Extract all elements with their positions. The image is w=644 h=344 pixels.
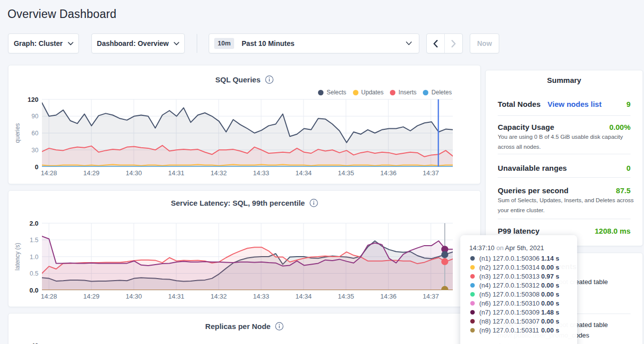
x-axis-tick-label: 14:37 [423, 169, 439, 177]
x-axis-tick-label: 14:36 [380, 169, 397, 177]
tooltip-node-value: 0.97 s [541, 273, 559, 280]
tooltip-node-value: 0.00 s [541, 300, 559, 307]
tooltip-node-value: 0.00 s [541, 264, 559, 271]
x-axis-tick-label: 14:34 [296, 169, 312, 177]
sql-queries-chart-card: SQL Queries SelectsUpdatesInsertsDeletes… [8, 65, 481, 184]
chevron-left-icon [433, 40, 438, 47]
toolbar-divider [197, 34, 197, 53]
tooltip-node-label: (n2) 127.0.0.1:50314 [479, 264, 541, 271]
total-nodes-label: Total Nodes [498, 100, 541, 109]
tooltip-node-label: (n8) 127.0.0.1:50307 [479, 318, 541, 325]
summary-total-nodes: Total Nodes View nodes list 9 [498, 85, 631, 116]
dashboard-dropdown[interactable]: Dashboard: Overview [91, 33, 185, 53]
tooltip-row: (n4) 127.0.0.1:503120.00 s [469, 281, 569, 290]
tooltip-node-label: (n6) 127.0.0.1:50310 [479, 300, 541, 307]
x-axis-tick-label: 14:33 [253, 169, 270, 177]
y-axis-tick-label: 0.5 [30, 270, 38, 277]
chevron-right-icon [451, 40, 456, 47]
x-axis-tick-label: 14:37 [423, 293, 439, 300]
replicas-per-node-chart-card: Replicas per Node 40 [8, 313, 481, 344]
graph-dropdown[interactable]: Graph: Cluster [8, 33, 79, 53]
series-color-dot [470, 292, 475, 297]
tooltip-timestamp: 14:37:10 on Apr 5th, 2021 [469, 244, 569, 252]
x-axis-tick-label: 14:32 [211, 293, 227, 300]
service-latency-chart-card: Service Latency: SQL, 99th percentile 14… [8, 190, 481, 307]
summary-capacity: Capacity Usage 0.00% You are using 0 B o… [498, 116, 631, 154]
tooltip-node-label: (n5) 127.0.0.1:50308 [479, 291, 541, 298]
x-axis-tick-label: 14:30 [126, 293, 142, 300]
series-color-dot [470, 283, 475, 288]
hover-value-dot [441, 258, 448, 265]
capacity-usage-value: 0.00% [609, 123, 631, 132]
time-range-label: Past 10 Minutes [242, 39, 401, 47]
x-axis-tick-label: 14:28 [41, 293, 57, 300]
now-button[interactable]: Now [470, 33, 499, 53]
time-forward-button[interactable] [445, 34, 462, 53]
series-color-dot [470, 265, 475, 270]
page-title: Overview Dashboard [7, 7, 116, 21]
p99-latency-label: P99 latency [498, 227, 540, 236]
unavailable-ranges-label: Unavailable ranges [498, 164, 567, 173]
tooltip-node-value: 1.14 s [541, 255, 559, 262]
x-axis-tick-label: 14:35 [338, 169, 354, 177]
service-latency-chart[interactable]: 14:2814:2914:3014:3114:3214:3314:3414:35… [8, 191, 481, 308]
y-axis-unit-label: latency (s) [14, 243, 21, 270]
capacity-usage-description: You are using 0 B of 4.5 GiB usable disk… [498, 132, 636, 152]
tooltip-node-label: (n3) 127.0.0.1:50313 [479, 273, 541, 280]
x-axis-tick-label: 14:31 [168, 293, 185, 300]
tooltip-row: (n7) 127.0.0.1:503091.48 s [469, 308, 569, 317]
view-nodes-list-link[interactable]: View nodes list [548, 100, 602, 109]
unavailable-ranges-value: 0 [627, 164, 631, 173]
capacity-usage-label: Capacity Usage [498, 123, 554, 132]
now-button-label: Now [477, 39, 492, 47]
tooltip-node-label: (n4) 127.0.0.1:50312 [479, 282, 541, 289]
qps-description: Sum of Selects, Updates, Inserts, and De… [498, 195, 636, 215]
tooltip-row: (n9) 127.0.0.1:503110.00 s [469, 326, 569, 335]
tooltip-row: (n5) 127.0.0.1:503080.00 s [469, 290, 569, 299]
series-color-dot [470, 301, 475, 306]
qps-value: 87.5 [616, 186, 631, 195]
tooltip-node-label: (n1) 127.0.0.1:50306 [479, 255, 541, 262]
tooltip-node-value: 1.48 s [541, 309, 559, 316]
x-axis-tick-label: 14:33 [253, 293, 270, 300]
x-axis-tick-label: 14:31 [168, 169, 185, 177]
y-axis-tick-label: 1.0 [30, 254, 38, 261]
summary-title: Summary [498, 70, 631, 85]
summary-qps: Queries per second 87.5 Sum of Selects, … [498, 178, 631, 219]
summary-unavailable-ranges: Unavailable ranges 0 [498, 154, 631, 178]
x-axis-tick-label: 14:32 [211, 169, 227, 177]
tooltip-row: (n1) 127.0.0.1:503061.14 s [469, 254, 569, 263]
tooltip-node-label: (n9) 127.0.0.1:50311 [479, 327, 541, 334]
dashboard-dropdown-label: Dashboard: Overview [97, 39, 169, 47]
total-nodes-value: 9 [627, 100, 631, 109]
tooltip-row: (n6) 127.0.0.1:503100.00 s [469, 299, 569, 308]
time-back-button[interactable] [427, 34, 444, 53]
y-axis-unit-label: queries [14, 123, 21, 143]
sql-queries-chart[interactable]: 14:2814:2914:3014:3114:3214:3314:3414:35… [8, 65, 481, 185]
time-range-dropdown[interactable]: 10m Past 10 Minutes [209, 33, 419, 53]
y-axis-tick-label: 90 [31, 113, 38, 120]
y-axis-tick-label: 40 [31, 342, 38, 344]
x-axis-tick-label: 14:35 [338, 293, 354, 300]
x-axis-tick-label: 14:36 [380, 293, 397, 300]
y-axis-tick-label: 2.0 [29, 220, 38, 227]
y-axis-tick-label: 0.0 [29, 287, 38, 294]
tooltip-node-value: 0.00 s [541, 282, 559, 289]
tooltip-row: (n8) 127.0.0.1:503070.00 s [469, 317, 569, 326]
tooltip-node-label: (n7) 127.0.0.1:50309 [479, 309, 541, 316]
y-axis-tick-label: 1.5 [30, 237, 38, 244]
hover-value-dot [441, 286, 448, 293]
y-axis-tick-label: 30 [31, 147, 38, 154]
graph-dropdown-label: Graph: Cluster [13, 39, 62, 47]
x-axis-tick-label: 14:34 [296, 293, 312, 300]
series-color-dot [470, 310, 475, 315]
tooltip-node-value: 0.00 s [541, 327, 559, 334]
qps-label: Queries per second [498, 186, 569, 195]
x-axis-tick-label: 14:30 [126, 169, 142, 177]
chevron-down-icon [68, 42, 73, 45]
tooltip-node-value: 0.00 s [541, 318, 559, 325]
series-color-dot [470, 256, 475, 261]
replicas-per-node-chart[interactable]: 40 [8, 314, 481, 344]
p99-latency-value: 1208.0 ms [595, 227, 631, 236]
y-axis-tick-label: 120 [27, 96, 38, 103]
